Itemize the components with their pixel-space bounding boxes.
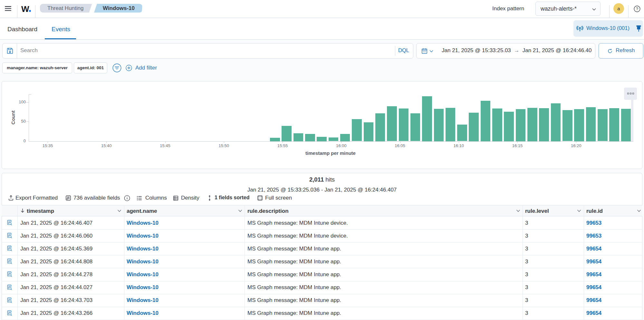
svg-text:?: ?: [636, 7, 638, 11]
